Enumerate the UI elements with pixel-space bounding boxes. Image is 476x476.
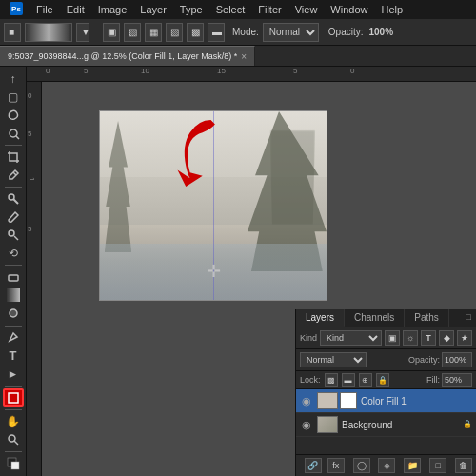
- svg-text:Ps: Ps: [11, 5, 21, 13]
- layer-adjustment-btn[interactable]: ◈: [378, 458, 395, 473]
- divider-7: [5, 451, 22, 452]
- tool-path-select[interactable]: ►: [3, 365, 24, 382]
- photoshop-canvas: ✛: [99, 110, 327, 301]
- svg-line-3: [16, 136, 19, 139]
- svg-rect-7: [9, 275, 18, 281]
- tool-pen[interactable]: [3, 328, 24, 346]
- options-arrow: ▼: [76, 23, 89, 42]
- fill-input[interactable]: [442, 373, 472, 387]
- tool-clone[interactable]: [3, 227, 24, 244]
- fill-control: Fill:: [426, 373, 472, 387]
- tool-type[interactable]: T: [3, 347, 24, 364]
- filter-smart-btn[interactable]: ★: [457, 330, 472, 346]
- menu-layer[interactable]: Layer: [134, 2, 172, 17]
- menu-filter[interactable]: Filter: [252, 2, 287, 17]
- opacity-control: Opacity:: [408, 352, 472, 367]
- layers-blend-row: Normal Opacity:: [296, 349, 476, 371]
- layer-mask-btn[interactable]: ◯: [353, 458, 370, 473]
- tool-marquee[interactable]: ▢: [3, 89, 24, 106]
- layer-visibility-color-fill[interactable]: ◉: [300, 394, 313, 407]
- menu-ps[interactable]: Ps: [4, 0, 29, 19]
- divider-2: [5, 187, 22, 188]
- svg-rect-14: [11, 462, 19, 469]
- layer-name-color-fill: Color Fill 1: [361, 396, 472, 407]
- layer-name-background: Background: [342, 420, 459, 430]
- ruler-left: 0 5 1 5: [27, 82, 42, 476]
- filter-pixel-btn[interactable]: ▣: [385, 330, 400, 346]
- menu-type[interactable]: Type: [174, 2, 208, 17]
- opacity-input[interactable]: [442, 352, 472, 367]
- tool-shape-1: ■: [4, 23, 21, 42]
- menu-view[interactable]: View: [289, 2, 324, 17]
- tool-mode-poly[interactable]: ▨: [166, 23, 183, 42]
- layer-row-background[interactable]: ◉ Background 🔒: [296, 413, 476, 437]
- lock-position-btn[interactable]: ⊕: [359, 373, 372, 387]
- move-cursor-icon: ✛: [207, 261, 221, 282]
- kind-label: Kind: [300, 333, 317, 343]
- document-tab[interactable]: 9:5037_90398844...g @ 12.5% (Color Fill …: [0, 46, 255, 66]
- tool-hand[interactable]: ✋: [3, 413, 24, 430]
- layer-new-btn[interactable]: □: [429, 458, 446, 473]
- menu-select[interactable]: Select: [210, 2, 251, 17]
- tool-move[interactable]: ↑: [3, 70, 24, 88]
- tab-channels[interactable]: Channels: [345, 309, 405, 327]
- lock-transparent-btn[interactable]: ▩: [325, 373, 338, 387]
- menu-help[interactable]: Help: [375, 2, 408, 17]
- fill-label: Fill:: [426, 375, 440, 385]
- options-bar: ■ ▼ ▣ ▧ ▦ ▨ ▩ ▬ Mode: Normal Opacity: 10…: [0, 19, 476, 46]
- tool-mode-path[interactable]: ▧: [124, 23, 141, 42]
- tool-mode-rect[interactable]: ▣: [103, 23, 120, 42]
- blend-mode-select[interactable]: Normal: [300, 352, 367, 367]
- divider-3: [5, 265, 22, 266]
- tool-eraser[interactable]: [3, 268, 24, 286]
- layer-style-btn[interactable]: fx: [327, 458, 345, 473]
- lock-pixels-btn[interactable]: ▬: [342, 373, 355, 387]
- tool-healing[interactable]: [3, 190, 24, 208]
- background-lock-icon: 🔒: [463, 420, 472, 429]
- tab-close-btn[interactable]: ×: [241, 51, 247, 62]
- fg-bg-colors[interactable]: [3, 455, 24, 472]
- svg-rect-10: [9, 393, 18, 403]
- menu-file[interactable]: File: [30, 2, 59, 17]
- tool-brush[interactable]: [3, 208, 24, 226]
- layers-filter-row: Kind Kind ▣ ☼ T ◆ ★: [296, 327, 476, 349]
- tab-paths[interactable]: Paths: [405, 309, 449, 327]
- layer-link-btn[interactable]: 🔗: [305, 458, 322, 473]
- filter-adjust-btn[interactable]: ☼: [403, 330, 418, 346]
- lock-all-btn[interactable]: 🔒: [376, 373, 389, 387]
- kind-select[interactable]: Kind: [320, 330, 382, 346]
- tool-gradient[interactable]: [3, 287, 24, 304]
- menu-window[interactable]: Window: [325, 2, 373, 17]
- divider-6: [5, 409, 22, 410]
- tool-rect-shape[interactable]: [3, 388, 24, 407]
- menu-image[interactable]: Image: [92, 2, 133, 17]
- gradient-swatch: [25, 23, 72, 42]
- tool-mode-line[interactable]: ▬: [208, 23, 225, 42]
- layer-group-btn[interactable]: 📁: [404, 458, 421, 473]
- tool-eyedropper[interactable]: [3, 167, 24, 184]
- toolbar: ↑ ▢ ⟲: [0, 67, 27, 476]
- layer-visibility-background[interactable]: ◉: [300, 418, 313, 431]
- layers-panel: Layers Channels Paths □ Kind Kind ▣ ☼ T …: [295, 309, 476, 476]
- tool-blur[interactable]: [3, 305, 24, 322]
- workspace: ↑ ▢ ⟲: [0, 67, 476, 476]
- panel-expand-btn[interactable]: □: [462, 309, 476, 327]
- svg-line-5: [13, 199, 18, 204]
- tab-layers[interactable]: Layers: [296, 309, 345, 327]
- lock-label: Lock:: [300, 375, 321, 385]
- layer-row-color-fill[interactable]: ◉ Color Fill 1: [296, 389, 476, 413]
- mode-select[interactable]: Normal: [263, 23, 319, 42]
- tool-zoom[interactable]: [3, 431, 24, 448]
- tool-lasso[interactable]: [3, 107, 24, 124]
- menu-edit[interactable]: Edit: [61, 2, 90, 17]
- tool-quick-select[interactable]: [3, 125, 24, 142]
- filter-type-btn[interactable]: T: [421, 330, 436, 346]
- tool-crop[interactable]: [3, 149, 24, 166]
- layer-delete-btn[interactable]: 🗑: [455, 458, 472, 473]
- tool-mode-shape[interactable]: ▦: [145, 23, 162, 42]
- layers-panel-tabs: Layers Channels Paths □: [296, 309, 476, 327]
- filter-shape-btn[interactable]: ◆: [439, 330, 454, 346]
- tool-history[interactable]: ⟲: [3, 245, 24, 262]
- tool-mode-extra[interactable]: ▩: [187, 23, 204, 42]
- svg-point-6: [9, 230, 14, 236]
